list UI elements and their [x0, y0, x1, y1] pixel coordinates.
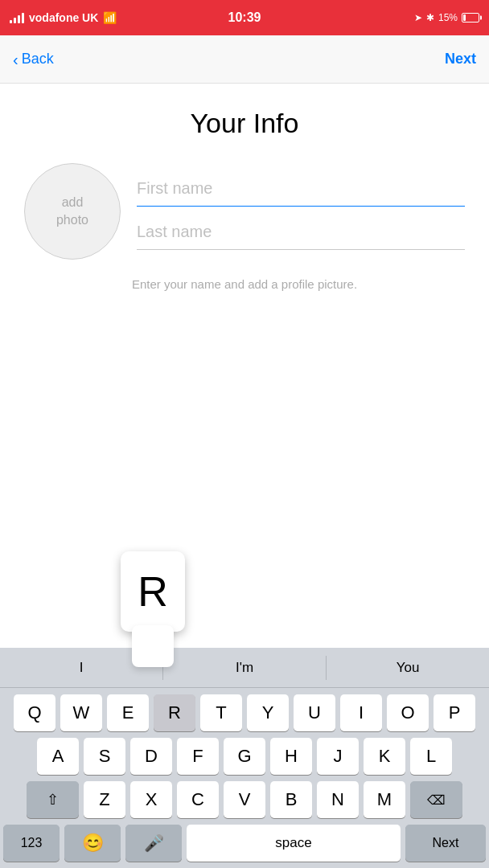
- emoji-button[interactable]: 😊: [64, 825, 121, 862]
- key-row-1: Q W E R T Y U I O P: [3, 694, 486, 731]
- status-bar: vodafone UK 📶 10:39 ➤ ✱ 15%: [0, 0, 489, 35]
- nav-next-button[interactable]: Next: [445, 51, 476, 68]
- nav-bar: ‹ Back Next: [0, 35, 489, 84]
- r-popup-stem: [132, 625, 174, 667]
- back-label: Back: [22, 51, 54, 68]
- battery-fill: [463, 14, 466, 21]
- main-content: Your Info add photo Enter your name and …: [0, 84, 489, 310]
- keyboard-rows: Q W E R T Y U I O P A S D F G H J K L ⇧ …: [0, 688, 489, 821]
- name-fields: [137, 171, 465, 250]
- first-name-input[interactable]: [137, 171, 465, 207]
- key-row-3: ⇧ Z X C V B N M ⌫: [3, 781, 486, 818]
- key-f[interactable]: F: [177, 738, 219, 775]
- bottom-row: 123 😊 🎤 space Next: [0, 821, 489, 868]
- profile-section: add photo: [16, 163, 473, 260]
- key-s[interactable]: S: [84, 738, 125, 775]
- key-l[interactable]: L: [410, 738, 452, 775]
- key-z[interactable]: Z: [84, 781, 125, 818]
- key-a[interactable]: A: [37, 738, 79, 775]
- key-c[interactable]: C: [177, 781, 219, 818]
- key-t[interactable]: T: [200, 694, 242, 731]
- status-left: vodafone UK 📶: [10, 11, 117, 24]
- hint-text: Enter your name and add a profile pictur…: [16, 276, 473, 294]
- key-i[interactable]: I: [340, 694, 382, 731]
- battery-percent: 15%: [438, 12, 458, 23]
- key-n[interactable]: N: [317, 781, 359, 818]
- carrier-name: vodafone UK: [29, 11, 98, 24]
- r-popup-key: R: [121, 551, 185, 667]
- status-time: 10:39: [228, 10, 261, 25]
- key-j[interactable]: J: [317, 738, 359, 775]
- delete-button[interactable]: ⌫: [410, 781, 462, 818]
- key-e[interactable]: E: [107, 694, 149, 731]
- key-h[interactable]: H: [270, 738, 312, 775]
- key-d[interactable]: D: [130, 738, 172, 775]
- key-m[interactable]: M: [364, 781, 405, 818]
- key-p[interactable]: P: [434, 694, 475, 731]
- space-button[interactable]: space: [187, 825, 401, 862]
- shift-button[interactable]: ⇧: [27, 781, 79, 818]
- autocomplete-item-you[interactable]: You: [327, 652, 489, 684]
- key-v[interactable]: V: [224, 781, 265, 818]
- status-right: ➤ ✱ 15%: [414, 12, 479, 23]
- chevron-left-icon: ‹: [13, 51, 18, 68]
- key-w[interactable]: W: [60, 694, 102, 731]
- key-x[interactable]: X: [130, 781, 172, 818]
- key-row-2: A S D F G H J K L: [3, 738, 486, 775]
- numbers-button[interactable]: 123: [3, 825, 60, 862]
- microphone-button[interactable]: 🎤: [125, 825, 182, 862]
- key-g[interactable]: G: [224, 738, 265, 775]
- key-o[interactable]: O: [387, 694, 429, 731]
- page-title: Your Info: [16, 108, 473, 139]
- keyboard-area: R I I'm You Q W E R T Y U I O P A S D: [0, 648, 489, 868]
- add-photo-label: add photo: [56, 194, 88, 230]
- back-button[interactable]: ‹ Back: [13, 51, 54, 68]
- key-b[interactable]: B: [270, 781, 312, 818]
- key-k[interactable]: K: [364, 738, 405, 775]
- battery-icon: [462, 13, 479, 23]
- autocomplete-item-im[interactable]: I'm: [163, 652, 326, 684]
- wifi-icon: 📶: [103, 11, 117, 24]
- bluetooth-icon: ✱: [426, 12, 434, 23]
- return-button[interactable]: Next: [405, 825, 486, 862]
- key-y[interactable]: Y: [247, 694, 289, 731]
- key-q[interactable]: Q: [14, 694, 55, 731]
- add-photo-button[interactable]: add photo: [24, 163, 121, 260]
- key-r[interactable]: R: [154, 694, 195, 731]
- location-icon: ➤: [414, 12, 422, 23]
- key-u[interactable]: U: [294, 694, 335, 731]
- autocomplete-bar: R I I'm You: [0, 648, 489, 688]
- last-name-input[interactable]: [137, 215, 465, 250]
- r-popup-letter: R: [121, 551, 185, 632]
- signal-icon: [10, 12, 24, 23]
